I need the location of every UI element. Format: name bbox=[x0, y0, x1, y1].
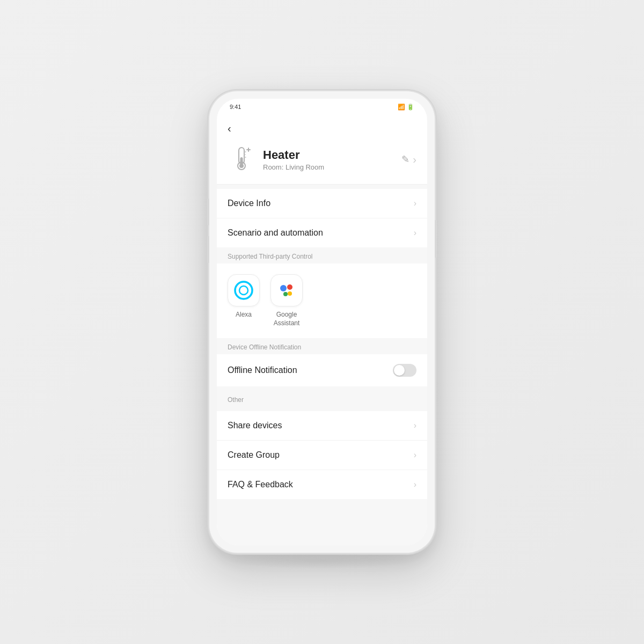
offline-notification-section-header: Device Offline Notification bbox=[217, 338, 427, 354]
status-icons: 📶 🔋 bbox=[398, 104, 414, 111]
scenario-automation-label: Scenario and automation bbox=[228, 228, 323, 238]
create-group-chevron: › bbox=[414, 450, 416, 460]
alexa-label: Alexa bbox=[236, 311, 252, 319]
bottom-space bbox=[217, 499, 427, 510]
section-divider bbox=[217, 386, 427, 391]
device-info-chevron: › bbox=[414, 199, 416, 208]
offline-notification-section-label: Device Offline Notification bbox=[228, 343, 301, 351]
volume-down-button[interactable] bbox=[207, 236, 209, 263]
other-menu-list: Share devices › Create Group › FAQ & Fee… bbox=[217, 411, 427, 499]
third-party-section-label: Supported Third-party Control bbox=[228, 253, 313, 260]
header-left: Heater Room: Living Room bbox=[228, 145, 324, 173]
offline-notification-toggle[interactable] bbox=[393, 364, 416, 377]
alexa-icon bbox=[233, 280, 254, 301]
volume-up-button[interactable] bbox=[207, 199, 209, 225]
back-area: ‹ bbox=[217, 119, 427, 141]
svg-point-10 bbox=[239, 286, 248, 295]
power-button[interactable] bbox=[435, 220, 437, 258]
svg-point-14 bbox=[283, 292, 288, 296]
phone-device: 9:41 📶 🔋 ‹ bbox=[209, 91, 435, 553]
edit-icon[interactable]: ✎ bbox=[401, 153, 409, 165]
svg-point-13 bbox=[288, 291, 292, 296]
svg-point-3 bbox=[239, 164, 244, 168]
device-info-text: Heater Room: Living Room bbox=[263, 148, 324, 171]
alexa-icon-circle bbox=[228, 274, 260, 306]
third-party-icons-list: Alexa bbox=[228, 272, 416, 330]
header-actions: ✎ › bbox=[401, 153, 416, 166]
svg-point-9 bbox=[235, 282, 252, 299]
alexa-item[interactable]: Alexa bbox=[228, 274, 260, 327]
other-section-header: Other bbox=[217, 391, 427, 407]
share-devices-label: Share devices bbox=[228, 421, 282, 430]
faq-feedback-label: FAQ & Feedback bbox=[228, 480, 293, 489]
svg-point-12 bbox=[287, 284, 292, 290]
device-icon bbox=[228, 145, 255, 173]
scenario-automation-row[interactable]: Scenario and automation › bbox=[217, 218, 427, 247]
device-name: Heater bbox=[263, 148, 324, 162]
toggle-thumb bbox=[394, 365, 405, 376]
third-party-section-header: Supported Third-party Control bbox=[217, 247, 427, 264]
thermometer-icon bbox=[231, 145, 252, 173]
screen-content: 9:41 📶 🔋 ‹ bbox=[217, 99, 427, 545]
faq-feedback-chevron: › bbox=[414, 480, 416, 489]
status-time: 9:41 bbox=[230, 104, 241, 110]
phone-screen: 9:41 📶 🔋 ‹ bbox=[217, 99, 427, 545]
google-assistant-icon bbox=[276, 280, 297, 301]
create-group-row[interactable]: Create Group › bbox=[217, 441, 427, 470]
phone-reflection bbox=[231, 553, 413, 569]
share-devices-row[interactable]: Share devices › bbox=[217, 411, 427, 441]
device-info-row[interactable]: Device Info › bbox=[217, 189, 427, 218]
third-party-section: Alexa bbox=[217, 264, 427, 338]
main-menu-list: Device Info › Scenario and automation › bbox=[217, 189, 427, 247]
share-devices-chevron: › bbox=[414, 421, 416, 430]
create-group-label: Create Group bbox=[228, 450, 280, 460]
header-chevron-icon: › bbox=[413, 153, 416, 166]
svg-point-11 bbox=[280, 285, 287, 291]
device-header: Heater Room: Living Room ✎ › bbox=[217, 141, 427, 185]
status-bar: 9:41 📶 🔋 bbox=[217, 99, 427, 115]
google-assistant-icon-circle bbox=[270, 274, 303, 306]
device-room: Room: Living Room bbox=[263, 163, 324, 171]
google-assistant-item[interactable]: GoogleAssistant bbox=[270, 274, 303, 327]
google-assistant-label: GoogleAssistant bbox=[274, 311, 300, 327]
offline-notification-label: Offline Notification bbox=[228, 365, 297, 375]
device-info-label: Device Info bbox=[228, 199, 270, 208]
other-section-label: Other bbox=[228, 396, 244, 404]
offline-notification-row: Offline Notification bbox=[217, 354, 427, 386]
back-button[interactable]: ‹ bbox=[228, 122, 231, 135]
faq-feedback-row[interactable]: FAQ & Feedback › bbox=[217, 470, 427, 499]
scenario-chevron: › bbox=[414, 228, 416, 238]
notch-area bbox=[217, 115, 427, 119]
